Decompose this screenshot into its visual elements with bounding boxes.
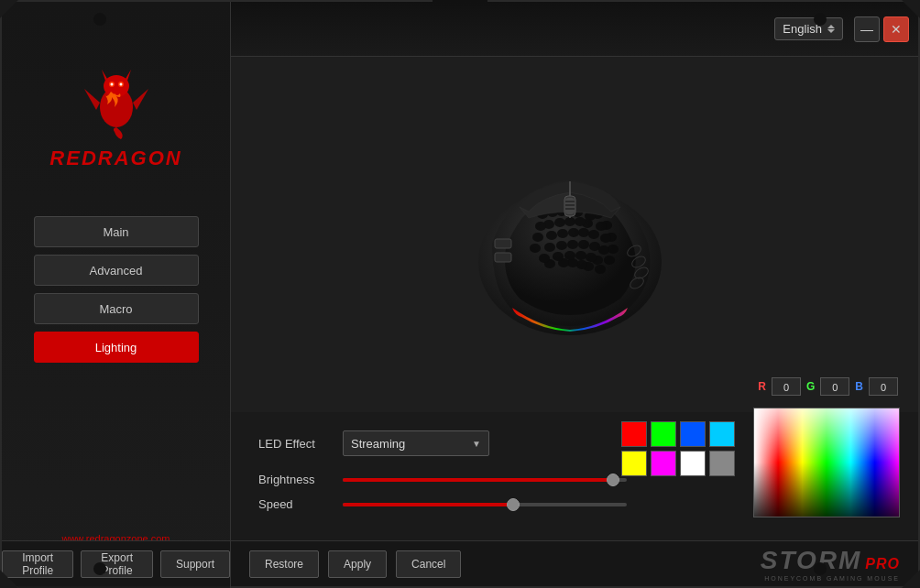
svg-point-20 <box>600 234 611 243</box>
rgb-display: R 0 G 0 B 0 <box>758 377 898 396</box>
nav-main[interactable]: Main <box>34 216 199 247</box>
bottom-center-buttons: Restore Apply Cancel <box>249 550 461 578</box>
svg-marker-5 <box>133 89 148 110</box>
corner-notch-br <box>814 562 827 575</box>
svg-marker-4 <box>84 89 100 110</box>
language-selector[interactable]: English <box>774 17 843 40</box>
swatch-cyan[interactable] <box>709 421 735 447</box>
dragon-logo <box>80 66 153 139</box>
svg-point-52 <box>539 254 550 263</box>
led-effect-value: Streaming <box>351 437 405 451</box>
minimize-button[interactable]: — <box>854 16 880 42</box>
sidebar: REDRAGON Main Advanced Macro Lighting ww… <box>2 2 231 588</box>
svg-point-29 <box>576 260 587 269</box>
apply-button[interactable]: Apply <box>328 550 387 578</box>
speed-thumb[interactable] <box>507 498 520 511</box>
svg-point-27 <box>589 242 600 251</box>
language-arrows <box>827 25 835 33</box>
mouse-area <box>231 57 918 412</box>
svg-point-32 <box>578 228 589 237</box>
svg-point-33 <box>578 240 589 249</box>
corner-notch-tl <box>93 13 106 26</box>
svg-point-50 <box>546 231 557 240</box>
swatch-white[interactable] <box>680 451 706 476</box>
color-swatches-container <box>621 421 735 476</box>
svg-point-43 <box>554 218 565 227</box>
color-picker[interactable] <box>753 408 900 517</box>
svg-point-31 <box>575 217 586 226</box>
svg-rect-63 <box>495 253 511 262</box>
r-value[interactable]: 0 <box>772 377 801 396</box>
led-effect-dropdown[interactable]: Streaming ▼ <box>343 430 489 456</box>
g-value[interactable]: 0 <box>820 377 849 396</box>
app-window: English — ✕ <box>0 0 920 588</box>
color-picker-wrapper[interactable] <box>753 408 900 517</box>
export-profile-button[interactable]: Export Profile <box>81 550 153 578</box>
restore-button[interactable]: Restore <box>249 550 319 578</box>
swatch-green[interactable] <box>651 421 676 447</box>
nav-advanced[interactable]: Advanced <box>34 255 199 286</box>
svg-point-51 <box>544 243 555 252</box>
svg-point-38 <box>568 228 579 237</box>
svg-point-8 <box>110 83 113 86</box>
svg-point-28 <box>586 253 597 262</box>
swatch-gray[interactable] <box>709 451 735 476</box>
brightness-slider-track[interactable] <box>343 478 627 482</box>
svg-point-46 <box>553 252 564 261</box>
mouse-image <box>400 115 749 354</box>
sidebar-bottom-bar: Import Profile Export Profile Support <box>2 540 231 586</box>
svg-rect-58 <box>565 198 575 214</box>
lang-arrow-up <box>827 25 835 28</box>
svg-point-16 <box>604 256 615 265</box>
close-button[interactable]: ✕ <box>883 16 909 42</box>
cancel-button[interactable]: Cancel <box>396 550 461 578</box>
g-label: G <box>806 380 815 393</box>
swatch-yellow[interactable] <box>621 451 647 476</box>
r-label: R <box>758 380 766 393</box>
svg-point-45 <box>556 241 567 250</box>
brightness-label: Brightness <box>258 473 332 486</box>
lang-arrow-down <box>827 29 835 33</box>
nav-macro[interactable]: Macro <box>34 293 199 324</box>
swatch-blue[interactable] <box>680 421 706 447</box>
storm-name: STORM <box>761 546 862 575</box>
import-profile-button[interactable]: Import Profile <box>2 550 73 578</box>
speed-slider-track[interactable] <box>343 503 627 506</box>
swatch-red[interactable] <box>621 421 647 447</box>
svg-point-9 <box>119 83 122 86</box>
corner-notch-bl <box>93 562 106 575</box>
storm-logo: STORM PRO HONEYCOMB GAMING MOUSE <box>761 546 900 582</box>
svg-point-53 <box>530 244 541 253</box>
support-button[interactable]: Support <box>160 550 230 578</box>
svg-marker-3 <box>126 70 131 81</box>
brand-name: REDRAGON <box>49 147 181 170</box>
b-value[interactable]: 0 <box>869 377 898 396</box>
b-label: B <box>855 380 863 393</box>
dropdown-arrow-icon: ▼ <box>472 439 481 449</box>
speed-label: Speed <box>258 497 332 511</box>
brightness-thumb[interactable] <box>607 474 619 486</box>
speed-fill <box>343 503 513 506</box>
svg-rect-62 <box>495 239 511 248</box>
storm-pro: PRO <box>865 556 900 572</box>
corner-notch-tr <box>814 13 827 26</box>
svg-point-39 <box>567 240 578 249</box>
led-effect-label: LED Effect <box>258 437 332 451</box>
svg-point-54 <box>532 233 543 242</box>
svg-point-1 <box>104 75 129 97</box>
svg-point-37 <box>564 217 575 226</box>
svg-point-34 <box>575 251 586 260</box>
svg-point-44 <box>557 229 568 238</box>
nav-buttons: Main Advanced Macro Lighting <box>34 216 199 363</box>
svg-point-55 <box>535 222 546 231</box>
svg-point-17 <box>595 265 606 274</box>
svg-point-26 <box>588 230 599 239</box>
color-grid <box>621 421 735 476</box>
svg-point-19 <box>596 222 607 231</box>
nav-lighting[interactable]: Lighting <box>34 332 199 363</box>
logo-area: REDRAGON <box>25 66 208 170</box>
svg-marker-2 <box>102 70 107 81</box>
storm-sub: HONEYCOMB GAMING MOUSE <box>764 575 900 582</box>
brightness-fill <box>343 478 613 482</box>
swatch-magenta[interactable] <box>651 451 676 476</box>
